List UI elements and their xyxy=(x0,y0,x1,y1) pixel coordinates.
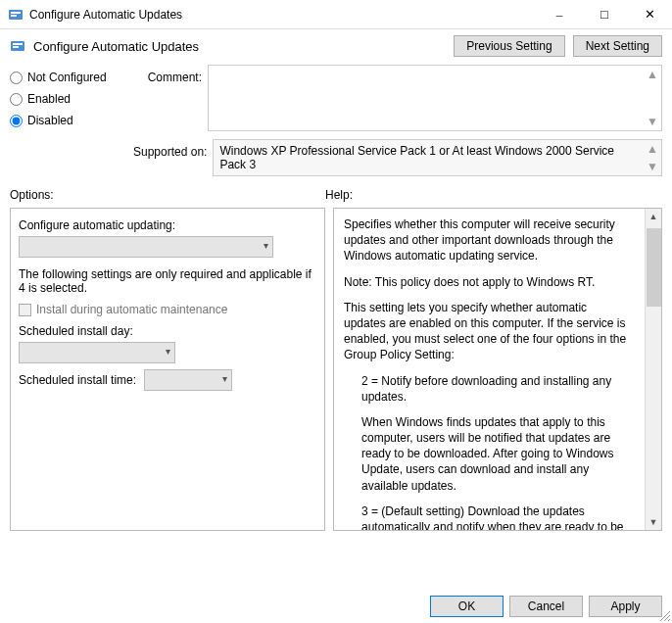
svg-rect-1 xyxy=(11,12,21,14)
scheduled-time-label: Scheduled install time: xyxy=(19,373,136,387)
previous-setting-button[interactable]: Previous Setting xyxy=(454,35,564,57)
install-maintenance-checkbox: Install during automatic maintenance xyxy=(19,303,316,316)
help-label: Help: xyxy=(325,188,353,202)
minimize-button[interactable]: – xyxy=(537,0,582,28)
radio-disabled[interactable]: Disabled xyxy=(10,114,127,127)
maximize-button[interactable]: □ xyxy=(582,0,627,28)
chevron-down-icon: ▾ xyxy=(166,346,170,357)
configure-updating-label: Configure automatic updating: xyxy=(19,218,316,232)
scheduled-day-select: ▾ xyxy=(19,342,175,363)
radio-disabled-input[interactable] xyxy=(10,115,23,127)
supported-on-box: Windows XP Professional Service Pack 1 o… xyxy=(213,139,662,176)
radio-enabled-input[interactable] xyxy=(10,93,23,106)
policy-icon xyxy=(10,38,25,54)
resize-grip[interactable] xyxy=(658,609,670,621)
help-text: Specifies whether this computer will rec… xyxy=(344,216,651,531)
help-p1: Specifies whether this computer will rec… xyxy=(344,216,632,264)
help-p6: 3 = (Default setting) Download the updat… xyxy=(344,503,632,531)
install-maintenance-label: Install during automatic maintenance xyxy=(36,303,227,316)
window-title: Configure Automatic Updates xyxy=(29,8,537,22)
radio-not-configured-label: Not Configured xyxy=(27,71,107,84)
options-panel: Configure automatic updating: ▾ The foll… xyxy=(10,208,325,531)
cancel-button[interactable]: Cancel xyxy=(509,596,583,617)
comment-label: Comment: xyxy=(133,65,202,84)
svg-rect-4 xyxy=(13,43,23,45)
ok-button[interactable]: OK xyxy=(430,596,504,617)
help-p3: This setting lets you specify whether au… xyxy=(344,300,632,363)
help-p4: 2 = Notify before downloading and instal… xyxy=(344,373,632,405)
help-p2: Note: This policy does not apply to Wind… xyxy=(344,274,632,290)
configure-updating-select: ▾ xyxy=(19,236,273,258)
close-button[interactable]: ✕ xyxy=(627,0,672,28)
policy-title: Configure Automatic Updates xyxy=(33,39,454,54)
radio-not-configured[interactable]: Not Configured xyxy=(10,71,127,84)
scheduled-time-select: ▾ xyxy=(144,369,232,391)
next-setting-button[interactable]: Next Setting xyxy=(573,35,662,57)
radio-enabled-label: Enabled xyxy=(27,92,71,106)
scroll-thumb[interactable] xyxy=(647,228,661,307)
chevron-down-icon: ▾ xyxy=(264,240,268,251)
scheduled-day-label: Scheduled install day: xyxy=(19,324,316,338)
supported-on-label: Supported on: xyxy=(133,139,207,159)
radio-not-configured-input[interactable] xyxy=(10,72,23,84)
svg-rect-2 xyxy=(11,15,17,17)
supported-on-text: Windows XP Professional Service Pack 1 o… xyxy=(219,144,614,171)
svg-rect-5 xyxy=(13,46,19,48)
options-label: Options: xyxy=(10,188,325,202)
svg-line-8 xyxy=(668,619,670,621)
radio-enabled[interactable]: Enabled xyxy=(10,92,127,106)
comment-textarea[interactable]: ▲▼ xyxy=(208,65,662,131)
required-note: The following settings are only required… xyxy=(19,267,316,295)
chevron-down-icon: ▾ xyxy=(222,373,227,384)
scroll-down-icon[interactable]: ▼ xyxy=(649,514,658,530)
scroll-up-icon[interactable]: ▲ xyxy=(649,209,658,224)
checkbox-icon xyxy=(19,304,31,316)
apply-button[interactable]: Apply xyxy=(589,596,662,617)
app-icon xyxy=(8,7,24,23)
help-panel: Specifies whether this computer will rec… xyxy=(333,208,662,531)
supported-scrollbar[interactable]: ▲▼ xyxy=(646,142,659,173)
help-scrollbar[interactable]: ▲ ▼ xyxy=(645,209,661,530)
radio-disabled-label: Disabled xyxy=(27,114,73,127)
comment-scrollbar[interactable]: ▲▼ xyxy=(646,68,659,128)
help-p5: When Windows finds updates that apply to… xyxy=(344,414,632,494)
